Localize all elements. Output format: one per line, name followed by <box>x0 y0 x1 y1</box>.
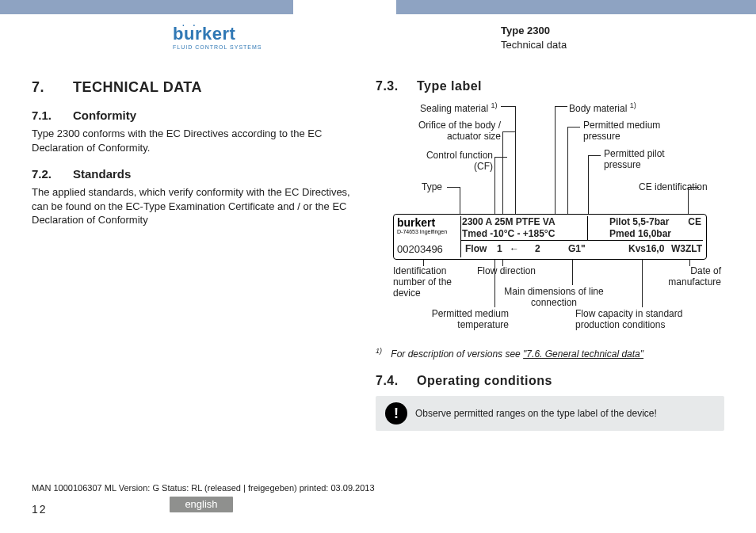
heading-7-3-num: 7.3. <box>376 79 417 93</box>
logo-umlaut: . . <box>182 19 198 28</box>
leader <box>502 131 515 132</box>
np-logo-block: burkert D-74653 Ingelfingen <box>397 216 459 234</box>
accent-bar-right <box>396 0 756 14</box>
np-divider-v2 <box>587 216 588 240</box>
leader <box>423 260 424 266</box>
leader <box>588 155 589 215</box>
heading-7-1-text: Conformity <box>73 109 136 122</box>
leader <box>494 157 507 158</box>
label-orifice: Orifice of the body / actuator size <box>398 120 501 143</box>
type-label-diagram: Sealing material 1) Body material 1) Ori… <box>376 101 724 339</box>
exclamation-icon: ! <box>385 402 407 424</box>
label-id-number: Identification number of the device <box>393 266 472 299</box>
np-w3zlt: W3ZLT <box>671 243 702 254</box>
np-pmed: Pmed 16,0bar <box>609 228 671 240</box>
leader <box>567 127 580 128</box>
heading-7: 7.TECHNICAL DATA <box>32 79 352 96</box>
label-pilot-pressure: Permitted pilot pressure <box>604 149 691 171</box>
heading-7-2-text: Standards <box>73 167 131 181</box>
label-sealing: Sealing material 1) <box>420 101 497 115</box>
np-divider-h <box>461 240 703 241</box>
heading-7-4-text: Operating conditions <box>417 374 552 387</box>
leader <box>688 187 699 188</box>
notice-box: ! Observe permitted ranges on the type l… <box>376 396 724 431</box>
label-control-function: Control function (CF) <box>407 150 493 173</box>
heading-7-num: 7. <box>32 79 73 96</box>
footnote: 1) For description of versions see "7.6.… <box>376 347 724 360</box>
top-accent-bars <box>0 0 756 14</box>
leader <box>502 260 503 266</box>
notice-text: Observe permitted ranges on the type lab… <box>415 407 657 420</box>
np-kvs: Kvs16,0 <box>628 243 664 254</box>
label-pmt: Permitted medium temperature <box>414 309 509 331</box>
logo-subtitle: FLUID CONTROL SYSTEMS <box>173 44 262 50</box>
accent-bar-left <box>0 0 293 14</box>
heading-7-4-num: 7.4. <box>376 374 417 388</box>
label-flow-capacity: Flow capacity in standard production con… <box>575 309 710 331</box>
np-divider-v1 <box>460 216 461 257</box>
leader <box>688 187 689 215</box>
heading-7-text: TECHNICAL DATA <box>73 79 202 95</box>
np-id: 00203496 <box>397 243 443 255</box>
np-logo: burkert <box>397 216 459 229</box>
np-logo-sub: D-74653 Ingelfingen <box>397 229 459 234</box>
np-line1: 2300 A 25M PTFE VA <box>462 216 556 228</box>
heading-7-2: 7.2.Standards <box>32 167 352 181</box>
leader <box>572 260 573 285</box>
leader <box>588 155 601 156</box>
leader <box>515 106 516 215</box>
left-column: 7.TECHNICAL DATA 7.1.Conformity Type 230… <box>32 79 352 489</box>
np-two: 2 <box>535 243 540 254</box>
np-mid: 2300 A 25M PTFE VA Tmed -10°C - +185°C <box>462 216 556 240</box>
np-pilot: Pilot 5,5-7bar <box>609 216 671 228</box>
heading-7-4: 7.4.Operating conditions <box>376 374 724 388</box>
leader <box>642 260 643 307</box>
leader <box>494 260 495 307</box>
heading-7-3: 7.3.Type label <box>376 79 724 93</box>
right-column: 7.3.Type label Sealing material 1) Body … <box>376 79 724 489</box>
label-flow-direction: Flow direction <box>477 266 536 277</box>
leader <box>567 127 568 228</box>
logo-text: . . burkert <box>173 24 262 44</box>
heading-7-1-num: 7.1. <box>32 109 73 122</box>
footnote-link[interactable]: "7.6. General technical data" <box>523 348 643 360</box>
np-ce: CE <box>688 216 701 227</box>
brand-logo: . . burkert FLUID CONTROL SYSTEMS <box>173 24 262 50</box>
body-7-2: The applied standards, which verify conf… <box>32 185 352 227</box>
footnote-marker: 1) <box>376 347 382 355</box>
np-pilot-block: Pilot 5,5-7bar Pmed 16,0bar <box>609 216 671 240</box>
footnote-text: For description of versions see <box>391 348 523 360</box>
heading-7-3-text: Type label <box>417 79 482 93</box>
leader <box>501 106 515 107</box>
language-badge: english <box>170 497 233 512</box>
leader <box>502 131 503 215</box>
label-date-manufacture: Date of manufacture <box>661 266 721 288</box>
body-7-1: Type 2300 conforms with the EC Directive… <box>32 127 352 154</box>
label-main-dimensions: Main dimensions of line connection <box>502 287 605 309</box>
nameplate: burkert D-74653 Ingelfingen 00203496 230… <box>393 214 707 260</box>
leader <box>447 187 460 188</box>
heading-7-1: 7.1.Conformity <box>32 109 352 122</box>
leader <box>494 157 495 215</box>
leader <box>689 260 690 266</box>
label-pmed-pressure: Permitted medium pressure <box>583 120 686 143</box>
leader <box>555 106 567 107</box>
leader <box>460 187 460 215</box>
header-right: Type 2300 Technical data <box>501 24 567 52</box>
label-bodymat: Body material 1) <box>569 101 636 115</box>
np-g1: G1" <box>568 243 586 254</box>
heading-7-2-num: 7.2. <box>32 167 73 181</box>
np-flow-label: Flow <box>465 243 487 254</box>
np-one: 1 <box>497 243 502 254</box>
header-section: Technical data <box>501 38 567 52</box>
footer-bar: english <box>0 497 756 517</box>
footer-meta: MAN 1000106307 ML Version: G Status: RL … <box>32 483 724 495</box>
leader <box>555 106 556 215</box>
header-type: Type 2300 <box>501 24 567 38</box>
label-type: Type <box>422 182 442 193</box>
np-line2: Tmed -10°C - +185°C <box>462 228 556 240</box>
arrow-left-icon: ← <box>510 243 519 254</box>
